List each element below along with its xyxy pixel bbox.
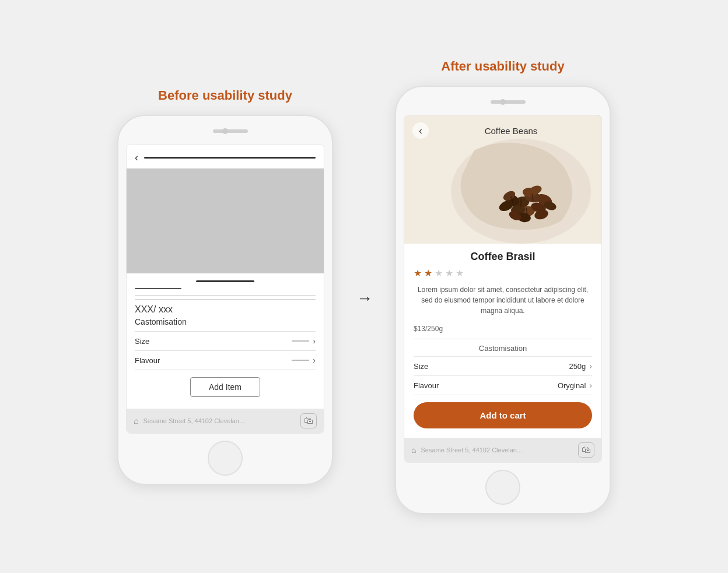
price-value: $13 — [414, 325, 425, 333]
before-size-value-line — [292, 340, 309, 342]
before-flavour-value-line — [292, 360, 309, 361]
arrow-icon: → — [356, 289, 372, 308]
before-flavour-row[interactable]: Flavour › — [135, 350, 316, 370]
after-phone: ‹ Coffee Beans Coffee Brasil ★ ★ ★ ★ ★ — [395, 86, 611, 514]
before-desc-line-1 — [135, 295, 316, 296]
after-address: Sesame Street 5, 44102 Clevelan... — [421, 447, 573, 454]
before-screen: ‹ XXX/ xxx Castomisation Size — [126, 144, 324, 434]
after-nav-header: ‹ Coffee Beans — [404, 115, 601, 146]
before-section: Before usability study ‹ — [117, 88, 333, 485]
before-desc-line-2 — [135, 299, 316, 300]
before-nav-header: ‹ — [127, 145, 324, 168]
after-camera — [500, 99, 506, 105]
after-screen-title: Coffee Beans — [429, 126, 593, 136]
after-size-row[interactable]: Size 250g › — [414, 356, 592, 375]
after-phone-top — [402, 95, 604, 109]
price-unit: /250g — [425, 325, 443, 333]
before-cart-icon[interactable]: 🛍 — [300, 413, 317, 428]
before-product-content: XXX/ xxx Castomisation Size › Flavour — [127, 273, 324, 409]
star-2: ★ — [424, 268, 432, 279]
before-home-icon: ⌂ — [134, 416, 138, 426]
before-address: Sesame Street 5, 44102 Clevelan... — [143, 417, 296, 424]
after-home-icon: ⌂ — [411, 445, 416, 455]
after-speaker — [491, 100, 526, 104]
after-flavour-chevron: › — [589, 381, 592, 390]
after-product-name: Coffee Brasil — [414, 251, 592, 263]
before-bottom-bar: ⌂ Sesame Street 5, 44102 Clevelan... 🛍 — [127, 409, 324, 433]
before-speaker — [213, 129, 248, 133]
after-section: After usability study — [395, 59, 611, 514]
after-screen: ‹ Coffee Beans Coffee Brasil ★ ★ ★ ★ ★ — [404, 115, 602, 463]
before-phone-home-button[interactable] — [208, 441, 243, 476]
before-phone: ‹ XXX/ xxx Castomisation Size — [117, 115, 333, 485]
before-flavour-label: Flavour — [135, 356, 160, 365]
after-size-right: 250g › — [569, 361, 592, 371]
before-header-line — [144, 157, 316, 159]
after-phone-home-button[interactable] — [485, 470, 520, 505]
star-1: ★ — [414, 268, 422, 279]
after-flavour-label: Flavour — [414, 381, 439, 390]
before-customisation-label: Castomisation — [135, 317, 316, 326]
before-phone-top — [124, 124, 326, 138]
star-4: ★ — [445, 268, 453, 279]
before-title-placeholder — [196, 280, 254, 282]
after-flavour-right: Oryginal › — [558, 381, 592, 390]
before-title: Before usability study — [158, 88, 292, 103]
after-back-icon: ‹ — [419, 125, 422, 137]
after-product-price: $13/250g — [414, 322, 592, 334]
after-size-label: Size — [414, 362, 428, 371]
after-bottom-bar: ⌂ Sesame Street 5, 44102 Clevelan... 🛍 — [404, 438, 601, 462]
after-size-chevron: › — [589, 361, 592, 371]
star-3: ★ — [435, 268, 443, 279]
after-product-description: Lorem ipsum dolor sit amet, consectetur … — [414, 284, 592, 316]
after-stars: ★ ★ ★ ★ ★ — [414, 268, 592, 279]
after-product-image: ‹ Coffee Beans — [404, 115, 601, 244]
before-product-image-placeholder — [127, 168, 324, 273]
after-back-button[interactable]: ‹ — [412, 122, 429, 139]
before-camera — [222, 128, 228, 134]
before-size-row[interactable]: Size › — [135, 331, 316, 350]
before-flavour-right: › — [292, 356, 316, 365]
add-to-cart-button[interactable]: Add to cart — [414, 402, 592, 428]
after-customisation-label: Castomisation — [414, 339, 592, 353]
before-size-label: Size — [135, 337, 149, 346]
transition-arrow: → — [356, 266, 372, 308]
after-product-content: Coffee Brasil ★ ★ ★ ★ ★ Lorem ipsum dolo… — [404, 244, 601, 438]
after-size-value: 250g — [569, 362, 586, 371]
before-sku: XXX/ xxx — [135, 304, 316, 315]
before-size-chevron: › — [313, 336, 316, 346]
before-size-right: › — [292, 336, 316, 346]
after-flavour-value: Oryginal — [558, 381, 586, 390]
before-back-icon[interactable]: ‹ — [135, 152, 138, 164]
after-flavour-row[interactable]: Flavour Oryginal › — [414, 375, 592, 395]
star-5: ★ — [456, 268, 464, 279]
after-cart-icon[interactable]: 🛍 — [578, 442, 594, 458]
before-add-item-button[interactable]: Add Item — [190, 377, 260, 397]
before-flavour-chevron: › — [313, 356, 316, 365]
before-subtitle-placeholder — [135, 288, 181, 289]
after-title: After usability study — [441, 59, 564, 74]
